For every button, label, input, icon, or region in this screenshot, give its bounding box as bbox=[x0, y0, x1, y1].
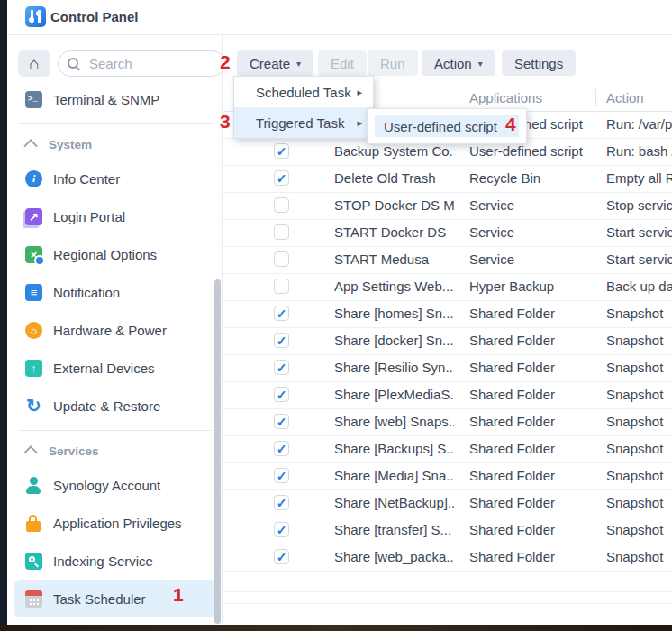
enabled-checkbox-unchecked[interactable] bbox=[274, 197, 289, 213]
button-label: Run bbox=[380, 56, 405, 71]
cell-application: Shared Folder bbox=[469, 522, 600, 537]
menu-item-triggered-task[interactable]: Triggered Task▸ bbox=[234, 107, 373, 138]
sidebar-item-label: Notification bbox=[53, 285, 120, 300]
enabled-checkbox-unchecked[interactable] bbox=[274, 251, 289, 267]
create-dropdown-menu: Scheduled Task▸Triggered Task▸ bbox=[233, 76, 374, 139]
table-row[interactable]: ✓Delete Old TrashRecycle BinEmpty all R bbox=[223, 166, 672, 193]
sidebar-item-regional-options[interactable]: ×Regional Options bbox=[7, 235, 222, 273]
cell-application: Recycle Bin bbox=[469, 170, 600, 186]
indexing-service-icon bbox=[25, 553, 42, 570]
enabled-checkbox-checked[interactable]: ✓ bbox=[274, 495, 289, 510]
action-button[interactable]: Action▾ bbox=[422, 50, 495, 76]
home-icon: ⌂ bbox=[29, 54, 39, 74]
enabled-checkbox-checked[interactable]: ✓ bbox=[274, 468, 289, 483]
sidebar-item-login-portal[interactable]: ↗Login Portal bbox=[7, 197, 222, 235]
search-box bbox=[58, 50, 225, 77]
home-button[interactable]: ⌂ bbox=[18, 50, 50, 77]
enabled-checkbox-checked[interactable]: ✓ bbox=[274, 306, 289, 321]
enabled-checkbox-checked[interactable]: ✓ bbox=[274, 549, 289, 564]
sidebar-item-label: Terminal & SNMP bbox=[53, 92, 159, 107]
cell-application: User-defined script bbox=[469, 143, 600, 159]
table-row[interactable]: ✓Share [Media] Sna...Shared FolderSnapsh… bbox=[223, 463, 672, 490]
column-header-action[interactable]: Action bbox=[606, 90, 644, 105]
table-row[interactable]: ✓Share [web] Snaps...Shared FolderSnapsh… bbox=[223, 409, 672, 436]
sidebar-item-notification[interactable]: ≡Notification bbox=[7, 273, 222, 311]
cell-task-name: Backup System Co... bbox=[334, 143, 454, 159]
enabled-checkbox-unchecked[interactable] bbox=[274, 279, 289, 294]
submenu-item-user-defined-script[interactable]: User-defined script bbox=[375, 115, 519, 137]
sidebar-item-hardware-power[interactable]: ☼Hardware & Power bbox=[7, 311, 222, 349]
create-button[interactable]: Create▾ bbox=[237, 50, 313, 76]
sidebar-item-label: Synology Account bbox=[53, 478, 160, 493]
column-header-applications[interactable]: Applications bbox=[469, 90, 542, 105]
table-row[interactable]: ✓Share [homes] Sn...Shared FolderSnapsho… bbox=[223, 301, 672, 328]
cell-task-name: START Docker DS bbox=[334, 224, 454, 240]
table-row[interactable]: ✓Share [NetBackup]...Shared FolderSnapsh… bbox=[223, 490, 672, 517]
table-row[interactable]: STOP Docker DS M...ServiceStop servic bbox=[223, 193, 672, 220]
control-panel-window: Control Panel ⌂ >_Terminal & SNMPSystemi… bbox=[7, 0, 672, 625]
cell-action: Snapshot bbox=[606, 387, 672, 402]
annotation-1: 1 bbox=[173, 584, 184, 606]
enabled-checkbox-unchecked[interactable] bbox=[274, 224, 289, 240]
table-row[interactable]: ✓Share [transfer] S...Shared FolderSnaps… bbox=[223, 517, 672, 544]
settings-button[interactable]: Settings bbox=[502, 50, 576, 76]
enabled-checkbox-checked[interactable]: ✓ bbox=[274, 170, 289, 186]
cell-action: Empty all R bbox=[606, 170, 672, 186]
sidebar-scrollbar[interactable] bbox=[214, 279, 221, 624]
cell-application: Shared Folder bbox=[469, 549, 600, 564]
cell-application: Shared Folder bbox=[469, 468, 600, 483]
enabled-checkbox-checked[interactable]: ✓ bbox=[274, 387, 289, 402]
menu-item-scheduled-task[interactable]: Scheduled Task▸ bbox=[234, 77, 373, 107]
sidebar-item-application-privileges[interactable]: Application Privileges bbox=[7, 504, 222, 542]
cell-action: Snapshot bbox=[606, 414, 672, 429]
enabled-checkbox-checked[interactable]: ✓ bbox=[274, 414, 289, 429]
table-row[interactable]: START MedusaServiceStart servic bbox=[223, 247, 672, 274]
cell-task-name: Share [web_packa... bbox=[334, 549, 454, 564]
sidebar-item-terminal-snmp[interactable]: >_Terminal & SNMP bbox=[7, 80, 222, 118]
title-bar: Control Panel bbox=[7, 0, 672, 35]
search-icon bbox=[68, 58, 80, 70]
desktop: Control Panel ⌂ >_Terminal & SNMPSystemi… bbox=[0, 0, 672, 631]
synology-account-icon bbox=[25, 477, 42, 494]
sidebar-item-update-restore[interactable]: ↻Update & Restore bbox=[7, 387, 222, 425]
button-label: Create bbox=[250, 56, 290, 71]
annotation-3: 3 bbox=[220, 111, 231, 133]
table-row[interactable]: ✓Share [Backups] S...Shared FolderSnapsh… bbox=[223, 436, 672, 463]
sidebar-nav: >_Terminal & SNMPSystemiInfo Center↗Logi… bbox=[7, 80, 222, 625]
triggered-task-submenu: User-defined script bbox=[367, 108, 527, 144]
cell-task-name: START Medusa bbox=[334, 251, 454, 267]
table-row[interactable]: ✓Share [Resilio Syn...Shared FolderSnaps… bbox=[223, 355, 672, 382]
table-row[interactable]: ✓Share [web_packa...Shared FolderSnapsho… bbox=[223, 544, 672, 572]
table-row[interactable]: App Settings Web...Hyper BackupBack up d… bbox=[223, 274, 672, 301]
enabled-checkbox-checked[interactable]: ✓ bbox=[274, 522, 289, 537]
cell-task-name: Share [web] Snaps... bbox=[334, 414, 454, 429]
enabled-checkbox-checked[interactable]: ✓ bbox=[274, 441, 289, 456]
desktop-wallpaper-strip bbox=[0, 625, 672, 631]
table-row[interactable]: ✓Share [docker] Sn...Shared FolderSnapsh… bbox=[223, 328, 672, 355]
enabled-checkbox-checked[interactable]: ✓ bbox=[274, 143, 289, 159]
sidebar-item-indexing-service[interactable]: Indexing Service bbox=[7, 542, 222, 580]
cell-application: Shared Folder bbox=[469, 387, 600, 402]
enabled-checkbox-checked[interactable]: ✓ bbox=[274, 360, 289, 375]
sidebar-section-system[interactable]: System bbox=[7, 130, 222, 160]
table-row[interactable]: START Docker DSServiceStart servic bbox=[223, 220, 672, 247]
sidebar-item-task-scheduler[interactable]: Task Scheduler bbox=[14, 580, 216, 617]
cell-action: Snapshot bbox=[606, 495, 672, 510]
cell-task-name: Share [docker] Sn... bbox=[334, 333, 454, 348]
search-input[interactable] bbox=[87, 55, 215, 72]
info-icon: i bbox=[25, 170, 42, 187]
column-divider bbox=[595, 89, 596, 107]
submenu-item-label: User-defined script bbox=[384, 119, 497, 134]
menu-item-label: Triggered Task bbox=[256, 115, 344, 131]
collapse-chevron-icon bbox=[23, 445, 38, 460]
annotation-4: 4 bbox=[505, 114, 516, 135]
enabled-checkbox-checked[interactable]: ✓ bbox=[274, 333, 289, 348]
sidebar-item-info-center[interactable]: iInfo Center bbox=[7, 160, 222, 197]
sidebar-section-services[interactable]: Services bbox=[7, 436, 222, 466]
sidebar-item-external-devices[interactable]: ↑External Devices bbox=[7, 349, 222, 387]
table-row[interactable]: ✓Share [PlexMediaS...Shared FolderSnapsh… bbox=[223, 382, 672, 409]
cell-application: Shared Folder bbox=[469, 306, 600, 321]
submenu-arrow-icon: ▸ bbox=[357, 87, 362, 98]
sidebar-item-synology-account[interactable]: Synology Account bbox=[7, 466, 222, 504]
cell-application: Hyper Backup bbox=[469, 279, 600, 294]
